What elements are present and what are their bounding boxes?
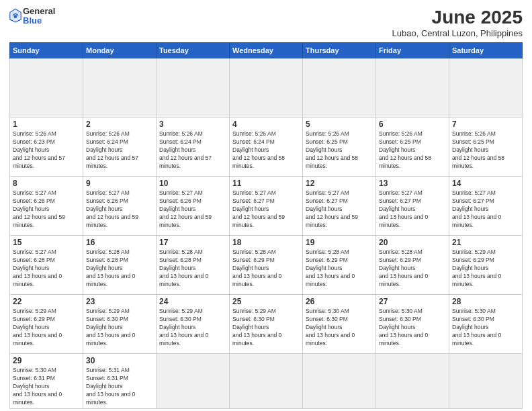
calendar-cell <box>157 354 230 409</box>
logo-general: General <box>23 7 55 16</box>
sunrise-text: Sunrise: 5:27 AM <box>232 189 276 196</box>
daylight-label: Daylight hours <box>232 324 269 330</box>
daylight-label: Daylight hours <box>159 324 195 330</box>
cell-content: Sunrise: 5:29 AMSunset: 6:29 PMDaylight … <box>452 248 519 288</box>
sunrise-text: Sunrise: 5:28 AM <box>306 248 349 255</box>
daylight-label: Daylight hours <box>306 146 342 153</box>
sunset-text: Sunset: 6:27 PM <box>306 197 348 204</box>
day-number: 26 <box>306 297 373 306</box>
sunrise-text: Sunrise: 5:30 AM <box>452 308 496 314</box>
day-number: 6 <box>379 120 446 129</box>
cell-content: Sunrise: 5:27 AMSunset: 6:27 PMDaylight … <box>306 189 373 229</box>
calendar-day-header: Sunday <box>10 43 83 58</box>
daylight-value: and 13 hours and 0 minutes. <box>159 273 208 287</box>
daylight-value: and 12 hours and 58 minutes. <box>306 154 358 169</box>
daylight-value: and 13 hours and 0 minutes. <box>379 273 428 287</box>
daylight-label: Daylight hours <box>86 383 122 390</box>
sunrise-text: Sunrise: 5:29 AM <box>13 308 56 314</box>
cell-content: Sunrise: 5:28 AMSunset: 6:29 PMDaylight … <box>232 248 300 288</box>
calendar-cell: 1Sunrise: 5:26 AMSunset: 6:23 PMDaylight… <box>10 118 83 177</box>
calendar-day-header: Tuesday <box>157 43 230 58</box>
cell-content: Sunrise: 5:28 AMSunset: 6:28 PMDaylight … <box>86 248 153 288</box>
svg-point-0 <box>14 15 17 18</box>
daylight-label: Daylight hours <box>379 324 415 330</box>
calendar-cell: 6Sunrise: 5:26 AMSunset: 6:25 PMDaylight… <box>376 118 449 177</box>
daylight-label: Daylight hours <box>13 383 49 390</box>
daylight-label: Daylight hours <box>379 265 415 271</box>
cell-content: Sunrise: 5:27 AMSunset: 6:26 PMDaylight … <box>13 189 80 229</box>
calendar-cell <box>376 354 449 409</box>
sunrise-text: Sunrise: 5:27 AM <box>13 248 56 255</box>
daylight-value: and 13 hours and 0 minutes. <box>232 273 281 287</box>
cell-content: Sunrise: 5:26 AMSunset: 6:25 PMDaylight … <box>452 130 519 170</box>
calendar-cell: 7Sunrise: 5:26 AMSunset: 6:25 PMDaylight… <box>449 118 523 177</box>
header: General Blue June 2025 Lubao, Central Lu… <box>9 7 523 38</box>
sunrise-text: Sunrise: 5:29 AM <box>452 248 496 255</box>
calendar-cell: 5Sunrise: 5:26 AMSunset: 6:25 PMDaylight… <box>303 118 376 177</box>
calendar-cell: 9Sunrise: 5:27 AMSunset: 6:26 PMDaylight… <box>83 177 157 236</box>
daylight-label: Daylight hours <box>159 146 195 153</box>
cell-content: Sunrise: 5:28 AMSunset: 6:29 PMDaylight … <box>379 248 446 288</box>
calendar-cell <box>157 58 230 118</box>
daylight-value: and 13 hours and 0 minutes. <box>86 332 135 347</box>
sunset-text: Sunset: 6:30 PM <box>232 316 275 322</box>
calendar-cell: 23Sunrise: 5:29 AMSunset: 6:30 PMDayligh… <box>83 295 157 354</box>
calendar-day-header: Wednesday <box>230 43 303 58</box>
cell-content: Sunrise: 5:26 AMSunset: 6:25 PMDaylight … <box>379 130 446 170</box>
sunrise-text: Sunrise: 5:27 AM <box>86 189 130 196</box>
calendar-cell: 8Sunrise: 5:27 AMSunset: 6:26 PMDaylight… <box>10 177 83 236</box>
sunset-text: Sunset: 6:24 PM <box>86 138 128 145</box>
day-number: 3 <box>159 120 226 129</box>
cell-content: Sunrise: 5:27 AMSunset: 6:27 PMDaylight … <box>379 189 446 229</box>
calendar-cell: 2Sunrise: 5:26 AMSunset: 6:24 PMDaylight… <box>83 118 157 177</box>
sunrise-text: Sunrise: 5:27 AM <box>379 189 423 196</box>
daylight-label: Daylight hours <box>13 205 49 212</box>
calendar-cell: 11Sunrise: 5:27 AMSunset: 6:27 PMDayligh… <box>230 177 303 236</box>
daylight-label: Daylight hours <box>452 324 488 330</box>
sunset-text: Sunset: 6:29 PM <box>306 257 348 263</box>
daylight-label: Daylight hours <box>452 205 488 212</box>
page-container: General Blue June 2025 Lubao, Central Lu… <box>0 0 532 411</box>
daylight-label: Daylight hours <box>379 205 415 212</box>
daylight-value: and 13 hours and 0 minutes. <box>13 391 62 406</box>
daylight-label: Daylight hours <box>306 324 342 330</box>
daylight-value: and 13 hours and 0 minutes. <box>452 332 501 347</box>
day-number: 27 <box>379 297 446 306</box>
daylight-value: and 13 hours and 0 minutes. <box>306 273 355 287</box>
calendar-cell: 17Sunrise: 5:28 AMSunset: 6:28 PMDayligh… <box>157 236 230 295</box>
sunrise-text: Sunrise: 5:26 AM <box>379 130 423 137</box>
day-number: 29 <box>13 356 80 365</box>
daylight-label: Daylight hours <box>379 146 415 153</box>
daylight-value: and 12 hours and 58 minutes. <box>379 154 431 169</box>
sunset-text: Sunset: 6:31 PM <box>86 375 128 381</box>
sunrise-text: Sunrise: 5:29 AM <box>232 308 276 314</box>
day-number: 10 <box>159 179 226 188</box>
cell-content: Sunrise: 5:26 AMSunset: 6:24 PMDaylight … <box>232 130 300 170</box>
cell-content: Sunrise: 5:26 AMSunset: 6:24 PMDaylight … <box>86 130 153 170</box>
sunrise-text: Sunrise: 5:26 AM <box>159 130 203 137</box>
sunrise-text: Sunrise: 5:31 AM <box>86 367 130 373</box>
cell-content: Sunrise: 5:27 AMSunset: 6:26 PMDaylight … <box>86 189 153 229</box>
daylight-value: and 12 hours and 59 minutes. <box>159 214 212 228</box>
daylight-label: Daylight hours <box>306 205 342 212</box>
daylight-label: Daylight hours <box>159 265 195 271</box>
daylight-value: and 13 hours and 0 minutes. <box>86 273 135 287</box>
sunset-text: Sunset: 6:25 PM <box>306 138 348 145</box>
day-number: 8 <box>13 179 80 188</box>
logo-text: General Blue <box>23 7 55 26</box>
day-number: 19 <box>306 238 373 247</box>
daylight-value: and 13 hours and 0 minutes. <box>232 332 281 347</box>
daylight-label: Daylight hours <box>86 146 122 153</box>
sunset-text: Sunset: 6:29 PM <box>13 316 55 322</box>
month-year: June 2025 <box>392 7 523 28</box>
day-number: 9 <box>86 179 153 188</box>
sunrise-text: Sunrise: 5:28 AM <box>379 248 423 255</box>
calendar-cell: 21Sunrise: 5:29 AMSunset: 6:29 PMDayligh… <box>449 236 523 295</box>
sunset-text: Sunset: 6:29 PM <box>452 257 494 263</box>
cell-content: Sunrise: 5:30 AMSunset: 6:30 PMDaylight … <box>452 308 519 347</box>
sunset-text: Sunset: 6:30 PM <box>306 316 348 322</box>
logo: General Blue <box>9 7 55 26</box>
daylight-label: Daylight hours <box>13 324 49 330</box>
sunrise-text: Sunrise: 5:27 AM <box>452 189 496 196</box>
sunset-text: Sunset: 6:28 PM <box>159 257 202 263</box>
